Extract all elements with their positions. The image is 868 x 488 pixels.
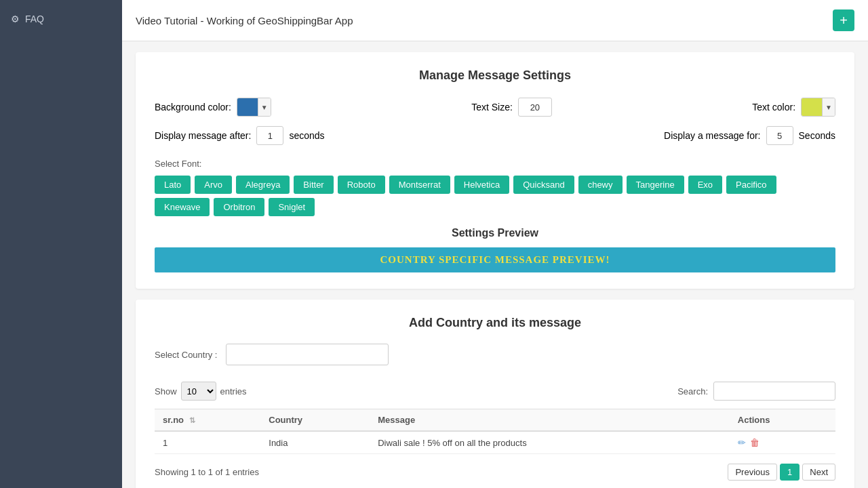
th-actions: Actions [730, 409, 835, 432]
text-size-label: Text Size: [471, 102, 513, 113]
search-input[interactable] [713, 382, 835, 401]
main-content: Video Tutorial - Working of GeoShippingB… [122, 0, 868, 488]
font-btn-arvo[interactable]: Arvo [195, 176, 232, 194]
font-btn-montserrat[interactable]: Montserrat [389, 176, 450, 194]
font-btn-quicksand[interactable]: Quicksand [513, 176, 574, 194]
display-for-group: Display a message for: Seconds [664, 126, 835, 145]
bg-color-arrow[interactable]: ▼ [258, 98, 271, 117]
text-color-picker[interactable]: ▼ [801, 98, 835, 117]
font-btn-lato[interactable]: Lato [155, 176, 191, 194]
preview-title: Settings Preview [155, 227, 835, 239]
add-country-card: Add Country and its message Select Count… [136, 300, 854, 488]
bg-color-swatch [237, 98, 258, 117]
top-bar: Video Tutorial - Working of GeoShippingB… [122, 0, 868, 41]
th-message: Message [370, 409, 730, 432]
bg-color-label: Background color: [155, 102, 231, 113]
text-color-arrow[interactable]: ▼ [822, 98, 835, 117]
show-entries: Show 10 25 50 entries [155, 382, 247, 401]
preview-section: Settings Preview COUNTRY SPECIFIC MESSAG… [155, 227, 835, 272]
show-label: Show [155, 386, 177, 396]
next-button[interactable]: Next [802, 464, 835, 481]
font-btn-knewave[interactable]: Knewave [155, 198, 210, 216]
action-icons: ✏ 🗑 [738, 437, 827, 448]
showing-text: Showing 1 to 1 of 1 entries [155, 467, 259, 477]
display-timing-row: Display message after: seconds Display a… [155, 126, 835, 145]
country-table: sr.no ⇅ Country Message Actions 1 [155, 409, 835, 454]
font-btn-tangerine[interactable]: Tangerine [627, 176, 684, 194]
text-color-swatch [802, 98, 822, 117]
manage-settings-card: Manage Message Settings Background color… [136, 52, 854, 289]
font-buttons-container: LatoArvoAlegreyaBitterRobotoMontserratHe… [155, 176, 835, 216]
preview-bar: COUNTRY SPECIFIC MESSAGE PREVIEW! [155, 247, 835, 272]
font-btn-exo[interactable]: Exo [688, 176, 722, 194]
search-label: Search: [677, 386, 708, 396]
display-for-input[interactable] [766, 126, 793, 145]
font-btn-bitter[interactable]: Bitter [294, 176, 333, 194]
th-srno: sr.no ⇅ [155, 409, 260, 432]
cell-actions: ✏ 🗑 [730, 431, 835, 454]
pagination-row: Showing 1 to 1 of 1 entries Previous 1 N… [155, 464, 835, 481]
manage-settings-title: Manage Message Settings [155, 68, 835, 83]
display-after-unit: seconds [289, 130, 324, 141]
delete-icon[interactable]: 🗑 [750, 437, 760, 448]
sidebar: ⚙ FAQ [0, 0, 122, 488]
font-btn-chewy[interactable]: chewy [578, 176, 623, 194]
text-size-input[interactable] [518, 98, 552, 117]
select-country-row: Select Country : [155, 344, 835, 365]
font-btn-helvetica[interactable]: Helvetica [454, 176, 509, 194]
pagination-buttons: Previous 1 Next [728, 464, 835, 481]
gear-icon: ⚙ [11, 14, 20, 24]
entries-label: entries [220, 386, 247, 396]
edit-icon[interactable]: ✏ [738, 437, 746, 448]
font-btn-sniglet[interactable]: Sniglet [269, 198, 315, 216]
entries-select[interactable]: 10 25 50 [181, 382, 216, 401]
table-controls: Show 10 25 50 entries Search: [155, 382, 835, 401]
th-country: Country [260, 409, 370, 432]
cell-srno: 1 [155, 431, 260, 454]
previous-button[interactable]: Previous [728, 464, 777, 481]
display-for-label: Display a message for: [664, 130, 760, 141]
page-1-button[interactable]: 1 [780, 464, 800, 481]
font-btn-roboto[interactable]: Roboto [338, 176, 385, 194]
sidebar-item-label: FAQ [25, 14, 44, 24]
bg-color-picker[interactable]: ▼ [237, 98, 271, 117]
display-after-group: Display message after: seconds [155, 126, 325, 145]
display-after-input[interactable] [256, 126, 283, 145]
sidebar-item-faq[interactable]: ⚙ FAQ [0, 7, 122, 31]
search-row: Search: [677, 382, 835, 401]
country-select-input[interactable] [226, 344, 389, 365]
select-country-label: Select Country : [155, 350, 218, 360]
font-label: Select Font: [155, 159, 835, 169]
display-after-label: Display message after: [155, 130, 251, 141]
table-row: 1 India Diwali sale ! 5% off on all the … [155, 431, 835, 454]
cell-country: India [260, 431, 370, 454]
add-button[interactable]: + [833, 9, 854, 31]
text-color-label: Text color: [752, 102, 795, 113]
add-country-title: Add Country and its message [155, 316, 835, 330]
font-btn-orbitron[interactable]: Orbitron [214, 198, 264, 216]
font-selection-section: Select Font: LatoArvoAlegreyaBitterRobot… [155, 159, 835, 216]
cell-message: Diwali sale ! 5% off on all the products [370, 431, 730, 454]
font-btn-pacifico[interactable]: Pacifico [726, 176, 776, 194]
table-header-row: sr.no ⇅ Country Message Actions [155, 409, 835, 432]
font-btn-alegreya[interactable]: Alegreya [236, 176, 290, 194]
display-for-unit: Seconds [799, 130, 835, 141]
top-settings-row: Background color: ▼ Text Size: Text colo… [155, 98, 835, 117]
sort-icon-srno: ⇅ [189, 416, 195, 424]
page-title: Video Tutorial - Working of GeoShippingB… [136, 15, 353, 26]
